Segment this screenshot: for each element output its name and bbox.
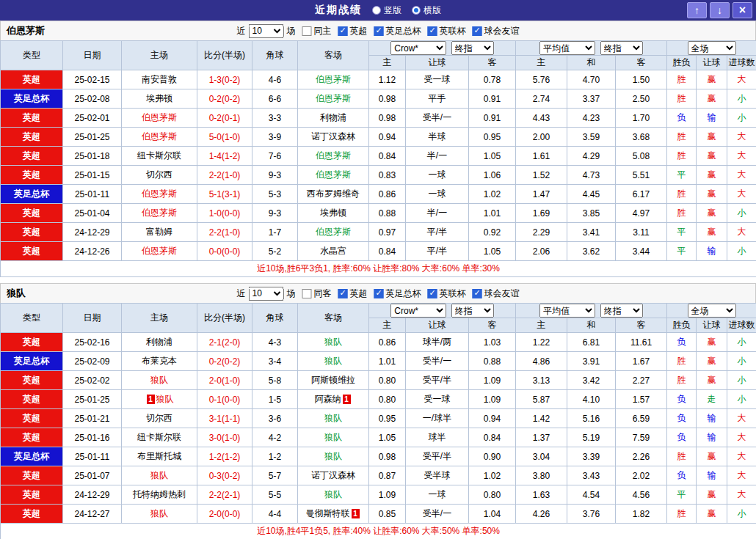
away-team[interactable]: 水晶宫 bbox=[298, 242, 369, 261]
away-team[interactable]: 曼彻斯特联1 bbox=[298, 505, 369, 524]
same-venue-checkbox[interactable] bbox=[302, 26, 312, 36]
home-team[interactable]: 伯恩茅斯 bbox=[122, 185, 197, 204]
final-odds-select[interactable]: 终指 bbox=[451, 304, 494, 318]
away-team[interactable]: 伯恩茅斯 bbox=[298, 223, 369, 242]
home-team[interactable]: 狼队 bbox=[122, 466, 197, 485]
avg-home: 1.42 bbox=[516, 409, 567, 428]
col-header-home: 主场 bbox=[122, 41, 197, 70]
match-score[interactable]: 2-0(1-0) bbox=[197, 371, 252, 390]
match-score[interactable]: 3-1(1-1) bbox=[197, 409, 252, 428]
avg-draw: 3.39 bbox=[567, 447, 616, 466]
away-team[interactable]: 狼队 bbox=[298, 428, 369, 447]
home-team[interactable]: 1狼队 bbox=[122, 390, 197, 409]
home-team[interactable]: 伯恩茅斯 bbox=[122, 128, 197, 147]
home-team[interactable]: 狼队 bbox=[122, 371, 197, 390]
final-odds-select[interactable]: 终指 bbox=[451, 41, 494, 55]
match-score[interactable]: 1-0(0-0) bbox=[197, 204, 252, 223]
avg-home: 2.74 bbox=[516, 89, 567, 109]
home-team[interactable]: 南安普敦 bbox=[122, 70, 197, 89]
match-score[interactable]: 0-2(0-1) bbox=[197, 109, 252, 128]
league-checkbox-facup[interactable] bbox=[374, 289, 384, 298]
odds-source-select[interactable]: Crow* bbox=[390, 304, 446, 318]
scope-select[interactable]: 全场 bbox=[688, 304, 736, 318]
match-score[interactable]: 5-0(1-0) bbox=[197, 128, 252, 147]
away-team[interactable]: 诺丁汉森林 bbox=[298, 466, 369, 485]
home-team[interactable]: 狼队 bbox=[122, 505, 197, 524]
col-header-type: 类型 bbox=[1, 304, 63, 333]
home-team[interactable]: 伯恩茅斯 bbox=[122, 204, 197, 223]
match-score[interactable]: 2-1(2-0) bbox=[197, 333, 252, 352]
away-team[interactable]: 利物浦 bbox=[298, 109, 369, 128]
match-score[interactable]: 2-2(2-1) bbox=[197, 485, 252, 505]
odds-source-select[interactable]: Crow* bbox=[390, 41, 446, 55]
match-score[interactable]: 0-1(0-0) bbox=[197, 390, 252, 409]
match-score[interactable]: 5-1(3-1) bbox=[197, 185, 252, 204]
match-score[interactable]: 2-0(0-0) bbox=[197, 505, 252, 524]
layout-radio-vertical[interactable]: 竖版 bbox=[372, 4, 401, 17]
home-team[interactable]: 伯恩茅斯 bbox=[122, 109, 197, 128]
match-score[interactable]: 0-2(0-2) bbox=[197, 352, 252, 371]
avg-away: 1.50 bbox=[616, 70, 667, 89]
match-score[interactable]: 1-4(1-2) bbox=[197, 147, 252, 166]
league-checkbox-eflcup[interactable] bbox=[428, 289, 437, 298]
move-down-button[interactable]: ↓ bbox=[710, 2, 730, 18]
away-team[interactable]: 伯恩茅斯 bbox=[298, 147, 369, 166]
average-select[interactable]: 平均值 bbox=[539, 304, 595, 318]
home-team[interactable]: 托特纳姆热刺 bbox=[122, 485, 197, 505]
match-score[interactable]: 2-2(1-0) bbox=[197, 223, 252, 242]
home-team[interactable]: 纽卡斯尔联 bbox=[122, 428, 197, 447]
avg-draw: 4.45 bbox=[567, 185, 616, 204]
home-team[interactable]: 布里斯托城 bbox=[122, 447, 197, 466]
away-team[interactable]: 伯恩茅斯 bbox=[298, 89, 369, 109]
home-team[interactable]: 富勒姆 bbox=[122, 223, 197, 242]
same-venue-checkbox[interactable] bbox=[302, 289, 312, 298]
home-team[interactable]: 纽卡斯尔联 bbox=[122, 147, 197, 166]
league-checkbox-eflcup[interactable] bbox=[428, 26, 437, 36]
away-team[interactable]: 狼队 bbox=[298, 352, 369, 371]
odds-home: 0.95 bbox=[369, 409, 406, 428]
final-odds-select[interactable]: 终指 bbox=[600, 41, 643, 55]
final-odds-select[interactable]: 终指 bbox=[600, 304, 643, 318]
match-score[interactable]: 0-2(0-2) bbox=[197, 89, 252, 109]
league-checkbox-friendly[interactable] bbox=[473, 289, 482, 298]
away-team[interactable]: 西布罗姆维奇 bbox=[298, 185, 369, 204]
away-team[interactable]: 狼队 bbox=[298, 447, 369, 466]
match-score[interactable]: 2-2(1-0) bbox=[197, 166, 252, 185]
away-team[interactable]: 伯恩茅斯 bbox=[298, 70, 369, 89]
match-score[interactable]: 0-3(0-2) bbox=[197, 466, 252, 485]
away-team[interactable]: 伯恩茅斯 bbox=[298, 166, 369, 185]
match-score[interactable]: 1-3(0-2) bbox=[197, 70, 252, 89]
away-team[interactable]: 诺丁汉森林 bbox=[298, 128, 369, 147]
home-team[interactable]: 伯恩茅斯 bbox=[122, 242, 197, 261]
home-team[interactable]: 切尔西 bbox=[122, 409, 197, 428]
average-select[interactable]: 平均值 bbox=[539, 41, 595, 55]
match-date: 25-01-15 bbox=[63, 166, 122, 185]
match-table-body: 英超25-02-15南安普敦1-3(0-2)4-6伯恩茅斯1.12受一球0.78… bbox=[1, 70, 756, 261]
league-checkbox-premier[interactable] bbox=[338, 289, 348, 298]
match-count-select[interactable]: 10 bbox=[249, 24, 284, 38]
home-team[interactable]: 布莱克本 bbox=[122, 352, 197, 371]
away-team[interactable]: 狼队 bbox=[298, 333, 369, 352]
match-row: 英超24-12-26伯恩茅斯0-0(0-0)5-2水晶宫0.84平/半1.052… bbox=[1, 242, 756, 261]
away-team[interactable]: 埃弗顿 bbox=[298, 204, 369, 223]
league-checkbox-facup[interactable] bbox=[374, 26, 384, 36]
away-team[interactable]: 狼队 bbox=[298, 409, 369, 428]
match-score[interactable]: 0-0(0-0) bbox=[197, 242, 252, 261]
odds-handicap: 平/半 bbox=[406, 242, 469, 261]
match-score[interactable]: 1-2(1-2) bbox=[197, 447, 252, 466]
close-button[interactable]: × bbox=[733, 2, 752, 18]
move-up-button[interactable]: ↑ bbox=[687, 2, 707, 18]
league-badge: 英足总杯 bbox=[1, 447, 63, 466]
away-team[interactable]: 狼队 bbox=[298, 485, 369, 505]
match-score[interactable]: 3-0(1-0) bbox=[197, 428, 252, 447]
scope-select[interactable]: 全场 bbox=[688, 41, 736, 55]
layout-radio-horizontal[interactable]: 横版 bbox=[412, 4, 441, 17]
match-count-select[interactable]: 10 bbox=[249, 287, 284, 301]
away-team[interactable]: 阿斯顿维拉 bbox=[298, 371, 369, 390]
home-team[interactable]: 埃弗顿 bbox=[122, 89, 197, 109]
home-team[interactable]: 利物浦 bbox=[122, 333, 197, 352]
league-checkbox-premier[interactable] bbox=[338, 26, 348, 36]
home-team[interactable]: 切尔西 bbox=[122, 166, 197, 185]
away-team[interactable]: 阿森纳1 bbox=[298, 390, 369, 409]
league-checkbox-friendly[interactable] bbox=[473, 26, 482, 36]
